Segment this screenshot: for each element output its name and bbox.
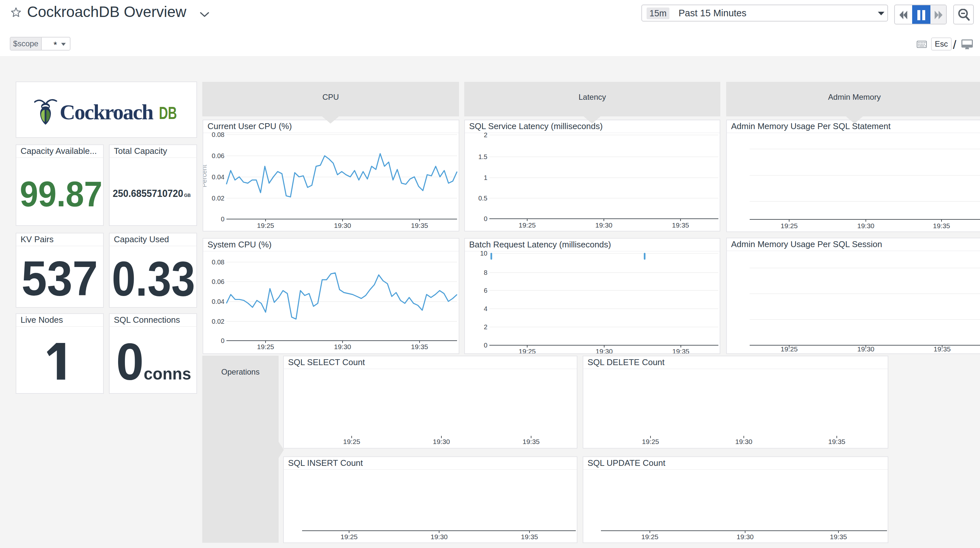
svg-text:19:25: 19:25 <box>257 343 274 351</box>
svg-text:6: 6 <box>484 287 487 294</box>
svg-text:0.04: 0.04 <box>212 173 224 181</box>
svg-text:0: 0 <box>484 342 487 349</box>
svg-text:0.08: 0.08 <box>212 131 224 138</box>
svg-text:4: 4 <box>484 305 487 312</box>
svg-text:19:25: 19:25 <box>641 533 659 540</box>
svg-text:19:25: 19:25 <box>781 345 798 353</box>
svg-text:1: 1 <box>484 174 487 181</box>
svg-text:19:30: 19:30 <box>858 345 875 353</box>
svg-text:19:25: 19:25 <box>257 222 274 229</box>
svg-text:19:35: 19:35 <box>523 438 540 445</box>
svg-text:19:35: 19:35 <box>934 345 951 353</box>
svg-text:19:30: 19:30 <box>334 222 352 229</box>
svg-text:0.5: 0.5 <box>478 195 487 202</box>
svg-text:19:35: 19:35 <box>672 221 689 229</box>
svg-text:19:30: 19:30 <box>858 222 875 229</box>
svg-text:0.02: 0.02 <box>212 195 224 202</box>
svg-text:19:35: 19:35 <box>830 533 847 540</box>
svg-text:0: 0 <box>221 337 224 344</box>
svg-text:19:25: 19:25 <box>642 438 659 445</box>
svg-text:19:25: 19:25 <box>519 348 536 353</box>
svg-text:1.5: 1.5 <box>478 153 487 160</box>
svg-text:19:35: 19:35 <box>672 348 690 353</box>
svg-text:19:30: 19:30 <box>595 221 612 229</box>
svg-text:19:25: 19:25 <box>340 533 358 540</box>
svg-text:19:25: 19:25 <box>519 221 536 229</box>
svg-text:0.08: 0.08 <box>212 259 224 266</box>
svg-text:8: 8 <box>484 269 487 276</box>
svg-text:19:30: 19:30 <box>431 533 448 540</box>
svg-text:0.02: 0.02 <box>212 318 224 325</box>
svg-text:19:30: 19:30 <box>433 438 450 445</box>
svg-text:0.06: 0.06 <box>212 278 224 285</box>
svg-text:0: 0 <box>484 215 487 222</box>
svg-text:0.04: 0.04 <box>212 298 224 305</box>
svg-text:19:30: 19:30 <box>334 343 352 351</box>
svg-text:19:35: 19:35 <box>521 533 538 540</box>
svg-text:0: 0 <box>221 216 224 222</box>
svg-text:0.06: 0.06 <box>212 152 224 159</box>
svg-text:19:35: 19:35 <box>828 438 846 445</box>
svg-text:DB: DB <box>159 103 177 123</box>
svg-text:19:35: 19:35 <box>933 222 950 229</box>
svg-text:2: 2 <box>484 131 487 138</box>
svg-text:Percent: Percent <box>203 165 208 187</box>
svg-text:19:25: 19:25 <box>343 438 361 445</box>
svg-text:19:30: 19:30 <box>596 348 613 353</box>
svg-text:19:25: 19:25 <box>781 222 798 229</box>
svg-text:19:30: 19:30 <box>737 533 754 540</box>
svg-text:19:30: 19:30 <box>735 438 752 445</box>
svg-text:10: 10 <box>480 250 487 257</box>
svg-text:19:35: 19:35 <box>411 343 428 351</box>
svg-text:19:35: 19:35 <box>411 222 428 229</box>
svg-text:Cockroach: Cockroach <box>60 100 154 124</box>
svg-text:2: 2 <box>484 323 487 330</box>
